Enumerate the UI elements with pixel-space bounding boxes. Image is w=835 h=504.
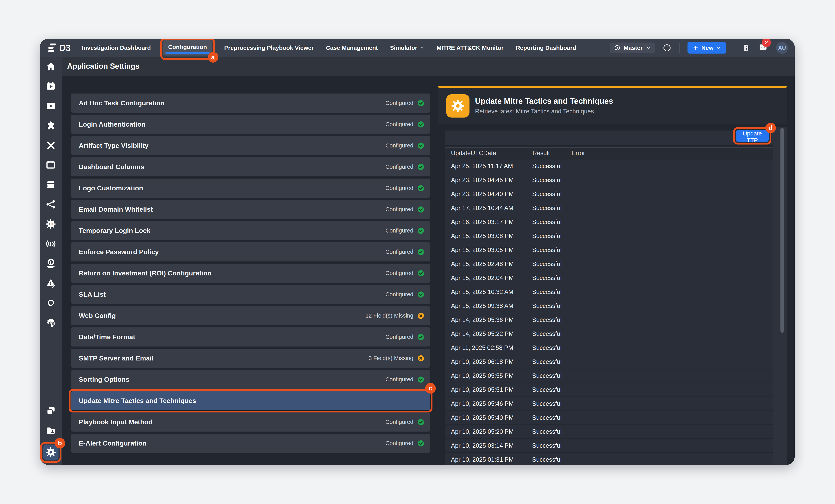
sidebar-item-broadcast[interactable]: [45, 238, 57, 249]
sidebar-item-utilities[interactable]: [45, 140, 57, 151]
nav-item-investigation-dashboard[interactable]: Investigation Dashboard: [82, 44, 151, 51]
sidebar-item-event-board[interactable]: [45, 159, 57, 171]
api-icon: API: [45, 219, 56, 229]
release-notes-icon[interactable]: [742, 43, 750, 52]
cell-update-utc-date: Apr 10, 2025 03:14 PM: [445, 442, 526, 449]
sidebar-main-icons: API: [40, 61, 62, 328]
settings-item-temporary-login-lock[interactable]: Temporary Login LockConfigured: [71, 221, 430, 240]
table-row: Apr 10, 2025 06:18 PMSuccessful: [445, 355, 773, 369]
settings-item-playbook-input-method[interactable]: Playbook Input MethodConfigured: [71, 413, 430, 432]
sidebar-item-workspace-folder[interactable]: [45, 425, 57, 436]
column-header-result[interactable]: Result: [526, 148, 565, 159]
sidebar-item-fingerprint[interactable]: [45, 317, 57, 328]
cell-update-utc-date: Apr 15, 2025 03:08 PM: [445, 232, 526, 239]
cell-update-utc-date: Apr 15, 2025 10:32 AM: [445, 289, 526, 295]
table-row: Apr 10, 2025 05:51 PMSuccessful: [445, 383, 773, 397]
settings-item-web-config[interactable]: Web Config12 Field(s) Missing: [71, 306, 430, 325]
settings-item-date-time-format[interactable]: Date/Time FormatConfigured: [71, 328, 430, 346]
status-ok-icon: [417, 227, 424, 234]
column-header-error[interactable]: Error: [565, 148, 773, 159]
cell-update-utc-date: Apr 17, 2025 10:44 AM: [445, 205, 526, 212]
event-board-icon: [45, 160, 56, 170]
scrollbar-thumb[interactable]: [780, 128, 784, 333]
topnav-right-controls: Master New 2 AU: [610, 42, 788, 54]
cell-update-utc-date: Apr 14, 2025 05:36 PM: [445, 316, 526, 323]
sidebar-item-integrations[interactable]: [45, 120, 57, 131]
tenant-selector[interactable]: Master: [610, 43, 655, 53]
notifications-button[interactable]: 2: [758, 43, 768, 53]
settings-item-e-alert-configuration[interactable]: E-Alert ConfigurationConfigured: [71, 434, 430, 453]
table-row: Apr 25, 2025 11:17 AMSuccessful: [445, 160, 773, 173]
main-menu: Investigation DashboardConfigurationaPre…: [82, 40, 576, 56]
settings-item-label: Dashboard Columns: [79, 163, 385, 171]
column-header-updateutcdate[interactable]: UpdateUTCDate: [445, 148, 526, 159]
status-ok-icon: [417, 121, 424, 128]
data-sync-icon: [45, 297, 56, 308]
nav-item-preprocessing-playbook-viewer[interactable]: Preprocessing Playbook Viewer: [224, 44, 314, 51]
settings-item-ad-hoc-task-configuration[interactable]: Ad Hoc Task ConfigurationConfigured: [71, 93, 430, 112]
sidebar-item-alert-editor[interactable]: [45, 277, 57, 289]
sidebar-item-data-sync[interactable]: [45, 297, 57, 309]
settings-item-status: Configured: [385, 334, 424, 341]
table-row: Apr 10, 2025 05:40 PMSuccessful: [445, 411, 773, 424]
annotation-ring-d: Update TTP d: [733, 127, 771, 145]
cell-result: Successful: [526, 316, 565, 323]
status-ok-icon: [417, 440, 424, 447]
settings-item-status: Configured: [385, 376, 424, 383]
sidebar-item-settings[interactable]: b: [43, 444, 59, 460]
settings-item-label: Enforce Password Policy: [79, 248, 385, 256]
table-row: Apr 23, 2025 04:40 PMSuccessful: [445, 187, 773, 201]
status-warning-icon: [417, 355, 424, 362]
settings-item-email-domain-whitelist[interactable]: Email Domain WhitelistConfigured: [71, 200, 430, 219]
home-icon: [45, 61, 56, 72]
settings-item-artifact-type-visibility[interactable]: Artifact Type VisibilityConfigured: [71, 136, 430, 155]
annotation-badge-d: d: [765, 123, 776, 133]
cell-result: Successful: [526, 456, 565, 463]
settings-item-return-on-investment-roi-configuration[interactable]: Return on Investment (ROI) Configuration…: [71, 264, 430, 283]
nav-item-label: Simulator: [390, 44, 417, 51]
settings-item-update-mitre-tactics-and-techniques[interactable]: Update Mitre Tactics and Techniquesc: [71, 391, 430, 410]
nav-item-label: Preprocessing Playbook Viewer: [224, 44, 314, 51]
sidebar-item-api[interactable]: API: [45, 218, 57, 230]
status-warning-icon: [417, 312, 424, 319]
cell-update-utc-date: Apr 15, 2025 02:04 PM: [445, 274, 526, 281]
scheduled-playbooks-icon: [45, 81, 56, 91]
sidebar-item-scheduled-playbooks[interactable]: [45, 81, 57, 92]
status-ok-icon: [417, 163, 424, 170]
nav-item-configuration[interactable]: Configurationa: [163, 40, 212, 56]
settings-item-logo-customization[interactable]: Logo CustomizationConfigured: [71, 178, 430, 198]
avatar[interactable]: AU: [776, 42, 788, 54]
info-icon[interactable]: [663, 43, 671, 52]
sidebar: API b: [40, 57, 62, 465]
status-ok-icon: [417, 142, 424, 149]
sidebar-item-geo-monitor[interactable]: [45, 258, 57, 269]
settings-item-login-authentication[interactable]: Login AuthenticationConfigured: [71, 115, 430, 134]
settings-item-sorting-options[interactable]: Sorting OptionsConfigured: [71, 370, 430, 389]
cell-result: Successful: [526, 260, 565, 268]
chevron-down-icon: [716, 45, 721, 50]
cell-result: Successful: [526, 372, 565, 379]
nav-item-label: Configuration: [168, 44, 207, 50]
settings-item-dashboard-columns[interactable]: Dashboard ColumnsConfigured: [71, 157, 430, 176]
nav-item-case-management[interactable]: Case Management: [326, 44, 378, 51]
sidebar-item-home[interactable]: [45, 61, 57, 72]
sidebar-item-playbooks[interactable]: [45, 100, 57, 112]
settings-item-status: Configured: [385, 419, 424, 426]
cell-update-utc-date: Apr 10, 2025 05:20 PM: [445, 428, 526, 435]
settings-item-smtp-server-and-email[interactable]: SMTP Server and Email3 Field(s) Missing: [71, 349, 430, 368]
settings-item-status: Configured: [385, 185, 424, 192]
nav-item-reporting-dashboard[interactable]: Reporting Dashboard: [516, 44, 576, 51]
nav-item-mitre-att-ck-monitor[interactable]: MITRE ATT&CK Monitor: [436, 44, 504, 51]
sidebar-item-connections[interactable]: [45, 198, 57, 210]
status-ok-icon: [417, 376, 424, 383]
nav-item-simulator[interactable]: Simulator: [390, 44, 424, 51]
status-ok-icon: [417, 270, 424, 277]
new-button[interactable]: New: [688, 42, 726, 54]
sidebar-item-data-management[interactable]: [45, 179, 57, 190]
status-text: Configured: [385, 121, 413, 128]
settings-item-enforce-password-policy[interactable]: Enforce Password PolicyConfigured: [71, 243, 430, 261]
settings-item-sla-list[interactable]: SLA ListConfigured: [71, 285, 430, 304]
sidebar-item-copy[interactable]: [45, 405, 57, 417]
update-ttp-button[interactable]: Update TTP: [736, 130, 769, 142]
status-text: 12 Field(s) Missing: [366, 312, 413, 319]
